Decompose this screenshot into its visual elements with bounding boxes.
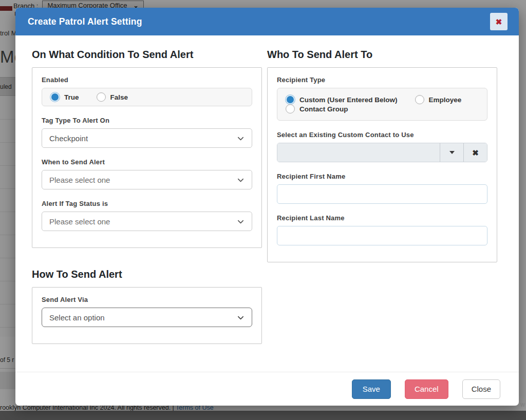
existing-contact-input[interactable] (277, 143, 440, 162)
enabled-true-label: True (64, 93, 79, 101)
enabled-true-radio[interactable]: True (50, 92, 79, 102)
save-button[interactable]: Save (352, 379, 391, 399)
modal-body: On What Condition To Send Alert Enabled … (15, 35, 519, 372)
send-alert-via-value: Select an option (49, 313, 105, 322)
modal-footer: Save Cancel Close (15, 372, 519, 406)
enabled-false-radio[interactable]: False (97, 92, 128, 102)
radio-unselected-icon (286, 104, 295, 113)
chevron-down-icon (237, 135, 245, 142)
recipient-box: Recipient Type Custom (User Entered Belo… (267, 67, 497, 262)
recipient-custom-label: Custom (User Entered Below) (299, 96, 398, 104)
tag-status-label: Alert If Tag Status is (42, 200, 252, 207)
enabled-label: Enabled (42, 76, 252, 84)
first-name-label: Recipient First Name (277, 173, 487, 180)
radio-selected-icon (286, 95, 295, 104)
existing-contact-combobox: ✖ (277, 143, 487, 162)
existing-contact-label: Select an Existing Custom Contact to Use (277, 131, 487, 139)
how-to-send-box: Send Alert Via Select an option (32, 287, 262, 344)
clear-icon: ✖ (472, 149, 479, 157)
recipient-type-radio-group: Custom (User Entered Below) Employee Con… (277, 88, 487, 121)
existing-contact-clear-button[interactable]: ✖ (463, 143, 487, 162)
tag-type-select[interactable]: Checkpoint (42, 128, 252, 148)
modal-title: Create Patrol Alert Setting (28, 16, 142, 27)
recipient-contact-group-label: Contact Group (299, 105, 348, 113)
tag-status-value: Please select one (49, 217, 110, 226)
condition-column: On What Condition To Send Alert Enabled … (32, 49, 262, 372)
close-button[interactable]: Close (462, 379, 500, 399)
chevron-down-icon (237, 218, 245, 225)
recipient-column: Who To Send Alert To Recipient Type Cust… (267, 49, 497, 372)
cancel-button[interactable]: Cancel (405, 379, 448, 399)
recipient-employee-label: Employee (429, 96, 462, 104)
enabled-radio-group: True False (42, 88, 252, 106)
condition-heading: On What Condition To Send Alert (32, 49, 262, 61)
when-to-send-label: When to Send Alert (42, 158, 252, 166)
tag-type-value: Checkpoint (49, 134, 88, 143)
enabled-false-label: False (110, 93, 128, 101)
create-patrol-alert-modal: Create Patrol Alert Setting ✖ On What Co… (15, 8, 519, 406)
when-to-send-select[interactable]: Please select one (42, 170, 252, 189)
when-to-send-value: Please select one (49, 176, 110, 184)
last-name-label: Recipient Last Name (277, 214, 487, 222)
tag-status-select[interactable]: Please select one (42, 212, 252, 231)
existing-contact-dropdown-button[interactable] (440, 143, 463, 162)
recipient-employee-radio[interactable]: Employee (415, 95, 462, 104)
radio-selected-icon (50, 92, 60, 102)
modal-close-button[interactable]: ✖ (490, 13, 508, 30)
how-to-send-heading: How To Send Alert (32, 269, 262, 280)
recipient-custom-radio[interactable]: Custom (User Entered Below) (286, 95, 398, 104)
modal-header: Create Patrol Alert Setting ✖ (15, 8, 519, 35)
chevron-down-icon (237, 314, 245, 321)
recipient-contact-group-radio[interactable]: Contact Group (286, 104, 348, 113)
close-icon: ✖ (496, 18, 502, 26)
chevron-down-icon (237, 176, 245, 184)
how-to-send-section: How To Send Alert Send Alert Via Select … (32, 269, 262, 344)
condition-box: Enabled True False Tag Type To Alert On … (32, 67, 262, 248)
last-name-input[interactable] (277, 226, 487, 245)
recipient-heading: Who To Send Alert To (267, 49, 497, 61)
send-alert-via-select[interactable]: Select an option (42, 308, 252, 327)
first-name-input[interactable] (277, 184, 487, 204)
recipient-type-label: Recipient Type (277, 76, 487, 84)
radio-unselected-icon (415, 95, 424, 104)
tag-type-label: Tag Type To Alert On (42, 117, 252, 124)
caret-down-icon (449, 151, 455, 154)
radio-unselected-icon (97, 92, 106, 102)
send-alert-via-label: Send Alert Via (42, 296, 252, 303)
